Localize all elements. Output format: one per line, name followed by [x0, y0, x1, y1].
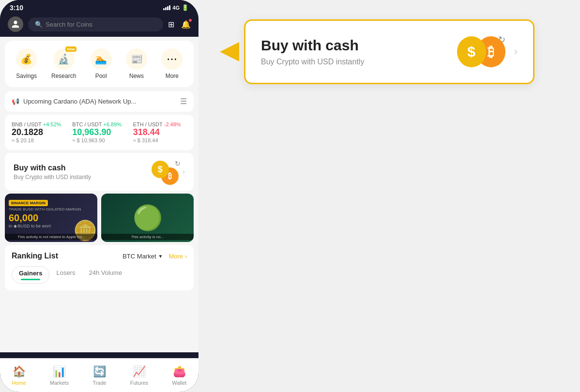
trade-label: Trade: [92, 380, 106, 386]
callout-chevron-icon: ›: [514, 45, 518, 58]
wallet-icon: 👛: [173, 365, 186, 378]
pool-icon: 🏊: [91, 48, 112, 70]
eth-price: 318.44: [133, 127, 187, 137]
research-label: Research: [51, 73, 76, 79]
market-label: BTC Market: [122, 253, 156, 260]
home-label: Home: [12, 380, 26, 386]
promo-section: BINANCE MARGIN TRADE BUSD WITH ISOLATED …: [5, 194, 194, 242]
markets-label: Markets: [50, 380, 69, 386]
buy-right: $ ₿ ↻ ›: [152, 161, 185, 183]
nav-trade[interactable]: 🔄 Trade: [89, 363, 110, 388]
ranking-section: Ranking List BTC Market ▼ More › Gainers…: [5, 245, 194, 290]
tab-losers[interactable]: Losers: [49, 266, 82, 284]
battery-icon: 🔋: [182, 4, 189, 11]
more-icon: ⋯: [161, 48, 183, 70]
category-more[interactable]: ⋯ More: [161, 48, 183, 79]
promo-tether[interactable]: 🟢 This activity is no...: [101, 194, 194, 242]
bnb-pair: BNB / USDT: [12, 121, 42, 127]
margin-subtitle: TRADE BUSD WITH ISOLATED MARGIN: [9, 207, 81, 211]
futures-label: Futures: [130, 380, 148, 386]
scan-icon[interactable]: ⊞: [168, 20, 174, 29]
nav-futures[interactable]: 📈 Futures: [126, 363, 152, 388]
ranking-market[interactable]: BTC Market ▼: [122, 253, 163, 260]
ranking-more[interactable]: More ›: [168, 253, 187, 260]
ticker-pairs: BNB / USDT +4.52% 20.1828 ≈ $ 20.18 BTC …: [12, 121, 187, 143]
callout-area: Buy with cash Buy Crypto with USD instan…: [198, 0, 580, 104]
refresh-icon: ↻: [175, 160, 181, 167]
chevron-right-icon: ›: [183, 167, 185, 176]
ticker-btc[interactable]: BTC / USDT +6.89% 10,963.90 ≈ $ 10,963.9…: [72, 121, 126, 143]
signal-icon: [163, 5, 170, 10]
tab-gainers[interactable]: Gainers: [12, 266, 49, 284]
nav-markets[interactable]: 📊 Markets: [46, 363, 73, 388]
category-pool[interactable]: 🏊 Pool: [91, 48, 112, 79]
eth-pair: ETH / USDT: [133, 121, 163, 127]
category-savings[interactable]: 💰 Savings: [16, 48, 37, 79]
more-label: More: [166, 73, 179, 79]
pool-label: Pool: [95, 73, 107, 79]
network-type: 4G: [172, 5, 180, 11]
btc-change: +6.89%: [103, 121, 122, 127]
tab-volume[interactable]: 24h Volume: [82, 266, 129, 284]
new-badge: New: [65, 46, 76, 52]
announcement-bar[interactable]: 📢 Upcoming Cardano (ADA) Network Up... ☰: [5, 91, 194, 112]
callout-title: Buy with cash: [261, 37, 364, 54]
buy-subtitle: Buy Crypto with USD instantly: [14, 174, 91, 181]
btc-pair: BTC / USDT: [72, 121, 102, 127]
bnb-change: +4.52%: [43, 121, 61, 127]
bnb-usd: ≈ $ 20.18: [12, 137, 65, 143]
margin-badge: BINANCE MARGIN: [9, 200, 48, 206]
status-time: 3:10: [10, 4, 23, 12]
callout-coins: $ ₿ ↻: [457, 34, 505, 69]
margin-amount: 60,000: [9, 212, 81, 224]
eth-change: -2.48%: [164, 121, 181, 127]
callout-arrow: [220, 42, 239, 61]
category-section: 💰 Savings 🔬 New Research 🏊 Pool 📰 News ⋯: [5, 41, 194, 87]
category-research[interactable]: 🔬 New Research: [51, 48, 76, 79]
research-icon: 🔬 New: [53, 48, 75, 70]
bnb-price: 20.1828: [12, 127, 65, 137]
news-label: News: [129, 73, 144, 79]
markets-icon: 📊: [53, 365, 66, 378]
ticker-bnb[interactable]: BNB / USDT +4.52% 20.1828 ≈ $ 20.18: [12, 121, 65, 143]
home-icon: 🏠: [13, 365, 26, 378]
promo-tether-disclaimer: This activity is no...: [101, 234, 194, 240]
eth-usd: ≈ $ 318.44: [133, 137, 187, 143]
promo-disclaimer: This activity is not related to Apple In…: [5, 234, 97, 240]
search-input[interactable]: 🔍 Search for Coins: [28, 17, 163, 31]
buy-text: Buy with cash Buy Crypto with USD instan…: [14, 164, 91, 181]
avatar[interactable]: [8, 16, 23, 32]
price-ticker: BNB / USDT +4.52% 20.1828 ≈ $ 20.18 BTC …: [5, 115, 194, 150]
callout-card[interactable]: Buy with cash Buy Crypto with USD instan…: [244, 19, 534, 84]
category-news[interactable]: 📰 News: [126, 48, 147, 79]
bell-icon[interactable]: 🔔: [181, 20, 191, 29]
announcement-left: 📢 Upcoming Cardano (ADA) Network Up...: [12, 98, 136, 105]
futures-icon: 📈: [133, 365, 146, 378]
dollar-coin: $: [152, 161, 169, 178]
promo-margin[interactable]: BINANCE MARGIN TRADE BUSD WITH ISOLATED …: [5, 194, 97, 242]
buy-title: Buy with cash: [14, 164, 91, 172]
status-bar: 3:10 4G 🔋: [0, 0, 198, 14]
ticker-eth[interactable]: ETH / USDT -2.48% 318.44 ≈ $ 318.44: [133, 121, 187, 143]
margin-currency-icon: in ◆: [9, 224, 17, 228]
promo-margin-text: BINANCE MARGIN TRADE BUSD WITH ISOLATED …: [9, 197, 81, 228]
buy-cash-banner[interactable]: Buy with cash Buy Crypto with USD instan…: [5, 153, 194, 191]
list-icon: ☰: [180, 97, 187, 106]
callout-text: Buy with cash Buy Crypto with USD instan…: [261, 37, 364, 66]
nav-home[interactable]: 🏠 Home: [8, 363, 30, 388]
search-icon: 🔍: [35, 21, 43, 28]
ranking-header: Ranking List BTC Market ▼ More ›: [12, 252, 187, 260]
savings-label: Savings: [16, 73, 37, 79]
search-bar: 🔍 Search for Coins ⊞ 🔔: [0, 14, 198, 37]
savings-icon: 💰: [16, 48, 37, 70]
phone-container: 3:10 4G 🔋 🔍 Search for Coins ⊞ 🔔: [0, 0, 198, 392]
news-icon: 📰: [126, 48, 147, 70]
bottom-nav: 🏠 Home 📊 Markets 🔄 Trade 📈 Futures 👛 Wal…: [0, 358, 198, 392]
market-dropdown-icon: ▼: [158, 254, 163, 259]
announcement-text: Upcoming Cardano (ADA) Network Up...: [23, 98, 136, 105]
phone-content: 💰 Savings 🔬 New Research 🏊 Pool 📰 News ⋯: [0, 37, 198, 352]
btc-usd: ≈ $ 10,963.90: [72, 137, 126, 143]
nav-wallet[interactable]: 👛 Wallet: [168, 363, 190, 388]
tab-underline: [21, 279, 40, 280]
callout-subtitle: Buy Crypto with USD instantly: [261, 58, 364, 66]
